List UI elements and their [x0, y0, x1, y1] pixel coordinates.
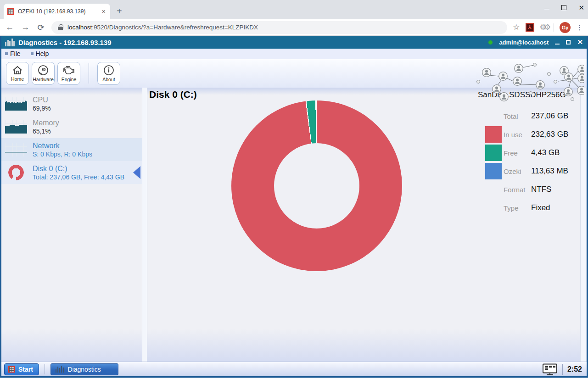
lock-icon[interactable]	[58, 24, 63, 30]
app-toolbar: Home Hardware Engine Abo	[1, 59, 587, 88]
disk-donut-icon	[8, 165, 24, 180]
url-input[interactable]: localhost:9520/Diagnostics/?a=Hardware&r…	[51, 21, 507, 34]
start-grid-icon	[8, 366, 15, 373]
no-swatch	[485, 181, 502, 198]
pdf-extension-icon[interactable]: ⅄	[526, 23, 534, 32]
main-scrollbar[interactable]	[580, 88, 587, 362]
diagnostics-bars-icon	[56, 366, 64, 373]
menu-file[interactable]: File	[5, 50, 21, 57]
tab-close-icon[interactable]: ×	[101, 8, 106, 15]
inuse-swatch	[485, 126, 502, 143]
info-row-ozeki: Ozeki 113,63 MB	[477, 162, 580, 180]
info-icon	[103, 65, 114, 76]
back-icon[interactable]: ←	[5, 22, 15, 32]
no-swatch	[485, 200, 502, 216]
cpu-sparkline-icon	[5, 97, 27, 111]
sidebar-item-network[interactable]: Network S: 0 Kbps, R: 0 Kbps	[1, 138, 142, 161]
app-title: Diagnostics - 192.168.93.139	[18, 39, 112, 46]
selected-item-arrow	[133, 166, 140, 179]
sidebar-item-memory[interactable]: Memory 65,1%	[1, 115, 142, 138]
sidebar-item-cpu[interactable]: CPU 69,9%	[1, 92, 142, 115]
memory-sparkline-icon	[5, 120, 27, 134]
ozeki-swatch	[485, 163, 502, 179]
diagnostics-bars-icon	[5, 39, 15, 46]
info-row-total: Total 237,06 GB	[477, 107, 580, 125]
new-tab-button[interactable]: +	[117, 6, 122, 17]
browser-minimize-button[interactable]	[544, 6, 549, 9]
hardware-button[interactable]: Hardware	[32, 62, 55, 85]
browser-tab-strip: OZEKI 10 (192.168.93.139) × + ✕	[0, 0, 588, 19]
engine-icon	[62, 65, 75, 76]
display-tray-icon[interactable]	[542, 363, 558, 375]
app-minimize-button[interactable]	[555, 40, 560, 45]
menu-help[interactable]: Help	[31, 50, 49, 57]
browser-tab[interactable]: OZEKI 10 (192.168.93.139) ×	[4, 4, 110, 19]
app-taskbar: Start Diagnostics 2:52	[1, 362, 587, 376]
about-button[interactable]: About	[97, 62, 120, 85]
chart-area: Disk 0 (C:)	[147, 88, 477, 362]
logged-in-user: admin@localhost	[499, 39, 549, 46]
sidebar-scrollbar[interactable]	[142, 88, 147, 362]
app-maximize-button[interactable]	[566, 40, 571, 45]
tab-title: OZEKI 10 (192.168.93.139)	[18, 8, 97, 15]
extensions-gear-icon[interactable]: ⚙⚙	[540, 22, 548, 32]
browser-close-button[interactable]: ✕	[578, 4, 584, 11]
start-button[interactable]: Start	[4, 363, 39, 375]
profile-avatar[interactable]: Gy	[560, 22, 571, 33]
info-row-format: Format NTFS	[477, 180, 580, 199]
home-button[interactable]: Home	[6, 62, 29, 85]
home-icon	[12, 65, 23, 75]
online-status-dot	[488, 40, 493, 45]
disc-icon	[37, 65, 49, 76]
app-close-button[interactable]: ✕	[577, 38, 583, 46]
browser-maximize-button[interactable]	[561, 5, 566, 10]
user-network-graphic	[459, 63, 584, 102]
network-sparkline-icon	[5, 143, 27, 156]
refresh-icon[interactable]: ⟳	[36, 22, 46, 33]
divider	[554, 23, 554, 32]
info-row-type: Type Fixed	[477, 199, 580, 217]
ozeki-favicon	[7, 8, 14, 15]
taskbar-divider	[45, 364, 45, 374]
no-swatch	[485, 108, 502, 124]
app-menu-bar: File Help	[1, 49, 587, 59]
disk-donut	[231, 100, 402, 271]
app-title-bar: Diagnostics - 192.168.93.139 admin@local…	[1, 36, 587, 49]
sidebar: CPU 69,9% Memory 65,1% Network	[1, 88, 142, 362]
forward-icon[interactable]: →	[20, 22, 30, 32]
browser-menu-icon[interactable]: ⋮	[576, 23, 583, 32]
tray-clock: 2:52	[567, 365, 584, 373]
info-row-free: Free 4,43 GB	[477, 144, 580, 162]
url-text: localhost:9520/Diagnostics/?a=Hardware&r…	[67, 24, 258, 31]
taskbar-item-diagnostics[interactable]: Diagnostics	[50, 363, 118, 375]
content-area: CPU 69,9% Memory 65,1% Network	[1, 88, 587, 362]
engine-button[interactable]: Engine	[57, 62, 80, 85]
chart-title: Disk 0 (C:)	[149, 89, 197, 100]
info-row-inuse: In use 232,63 GB	[477, 125, 580, 144]
sidebar-item-disk[interactable]: Disk 0 (C:) Total: 237,06 GB, Free: 4,43…	[1, 161, 142, 184]
bookmark-star-icon[interactable]: ☆	[513, 22, 520, 32]
free-swatch	[485, 145, 502, 161]
browser-address-bar: ← → ⟳ localhost:9520/Diagnostics/?a=Hard…	[0, 19, 588, 36]
toolbar-divider	[89, 63, 89, 84]
disk-info-panel: SanDisk SDSSDHP256G Total 237,06 GB In u…	[477, 88, 580, 362]
ozeki-app-window: Diagnostics - 192.168.93.139 admin@local…	[0, 36, 588, 378]
tray-divider	[562, 364, 563, 375]
